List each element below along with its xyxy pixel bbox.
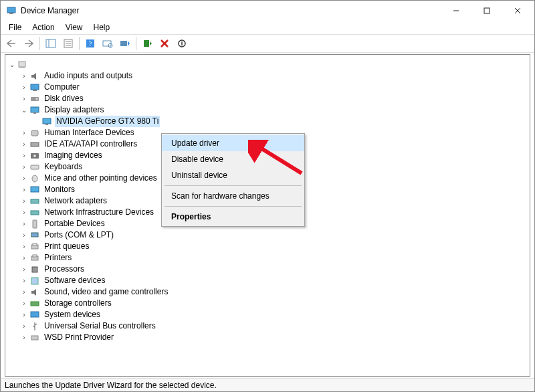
category-label: Processors <box>43 264 86 275</box>
tree-category[interactable]: ›System devices <box>8 309 527 320</box>
expand-icon[interactable]: › <box>20 254 28 262</box>
close-button[interactable] <box>502 1 533 21</box>
back-button[interactable] <box>3 36 19 51</box>
expand-icon[interactable]: › <box>20 175 28 183</box>
expand-icon[interactable]: › <box>20 322 28 330</box>
tree-category-display-adapters[interactable]: ⌄ Display adapters <box>8 104 527 116</box>
uninstall-device-button[interactable] <box>156 36 173 51</box>
expand-icon[interactable]: › <box>20 84 28 92</box>
tree-category[interactable]: ›Universal Serial Bus controllers <box>8 320 527 332</box>
expand-icon[interactable]: › <box>20 231 28 239</box>
tree-category[interactable]: › Disk drives <box>8 93 527 104</box>
expand-icon[interactable]: › <box>20 277 28 285</box>
category-label: Human Interface Devices <box>43 127 136 138</box>
expand-icon[interactable]: › <box>20 311 28 319</box>
display-adapter-icon <box>41 116 52 127</box>
svg-rect-35 <box>31 165 39 169</box>
menu-file[interactable]: File <box>3 21 27 33</box>
tree-category[interactable]: › Audio inputs and outputs <box>8 70 527 82</box>
tree-category[interactable]: ›Storage controllers <box>8 298 527 309</box>
svg-rect-47 <box>31 278 38 284</box>
system-device-icon <box>29 310 40 320</box>
menu-help[interactable]: Help <box>88 21 116 33</box>
expand-icon[interactable]: › <box>20 72 28 80</box>
svg-rect-27 <box>31 107 39 112</box>
collapse-icon[interactable]: ⌄ <box>8 61 16 69</box>
category-label: Network Infrastructure Devices <box>43 207 155 218</box>
expand-icon[interactable]: › <box>20 266 28 274</box>
category-label: Universal Serial Bus controllers <box>43 320 157 332</box>
menu-action[interactable]: Action <box>27 21 60 33</box>
ctx-disable-device[interactable]: Disable device <box>162 151 304 167</box>
imaging-icon <box>29 151 40 161</box>
svg-rect-39 <box>31 211 39 215</box>
context-menu: Update driver Disable device Uninstall d… <box>161 133 305 227</box>
window-title: Device Manager <box>21 6 441 15</box>
forward-button[interactable] <box>21 36 37 51</box>
category-label: Sound, video and game controllers <box>43 286 169 298</box>
ports-icon <box>29 230 40 241</box>
tree-category[interactable]: ›Printers <box>8 252 527 264</box>
svg-rect-29 <box>43 118 51 124</box>
expand-icon[interactable]: › <box>20 334 28 342</box>
svg-rect-43 <box>33 243 37 246</box>
minimize-button[interactable] <box>441 1 471 21</box>
expand-icon[interactable]: › <box>20 186 28 194</box>
category-label: Storage controllers <box>43 298 113 309</box>
expand-icon[interactable]: › <box>20 300 28 308</box>
tree-category[interactable]: ›Print queues <box>8 241 527 252</box>
svg-rect-28 <box>33 112 36 114</box>
expand-icon[interactable]: › <box>20 129 28 137</box>
expand-icon[interactable]: › <box>20 152 28 160</box>
update-driver-button[interactable] <box>117 36 133 51</box>
ctx-properties[interactable]: Properties <box>162 209 304 225</box>
show-hide-tree-button[interactable] <box>43 36 59 51</box>
svg-rect-46 <box>32 267 37 272</box>
menu-bar: File Action View Help <box>1 21 534 34</box>
svg-text:?: ? <box>89 40 92 47</box>
ctx-update-driver[interactable]: Update driver <box>162 135 304 151</box>
tree-category[interactable]: ›Ports (COM & LPT) <box>8 229 527 241</box>
expand-icon[interactable]: › <box>20 95 28 103</box>
ctx-uninstall-device[interactable]: Uninstall device <box>162 167 304 183</box>
tree-category[interactable]: › Computer <box>8 82 527 93</box>
mouse-icon <box>29 173 40 184</box>
tree-device-nvidia[interactable]: NVIDIA GeForce GTX 980 Ti <box>8 116 527 127</box>
category-label: Network adapters <box>43 195 108 207</box>
collapse-icon[interactable]: ⌄ <box>20 106 28 114</box>
expand-icon[interactable]: › <box>20 163 28 171</box>
expand-icon[interactable]: › <box>20 220 28 228</box>
tree-root[interactable]: ⌄ <box>8 59 527 70</box>
spacer <box>32 118 40 126</box>
display-adapter-icon <box>29 105 40 116</box>
svg-rect-31 <box>31 130 38 136</box>
expand-icon[interactable]: › <box>20 243 28 251</box>
maximize-button[interactable] <box>471 1 502 21</box>
expand-icon[interactable]: › <box>20 209 28 217</box>
svg-rect-6 <box>46 39 56 47</box>
svg-rect-40 <box>33 220 37 228</box>
monitor-icon <box>29 185 40 195</box>
expand-icon[interactable]: › <box>20 288 28 296</box>
enable-device-button[interactable] <box>139 36 155 51</box>
expand-icon[interactable]: › <box>20 197 28 205</box>
tree-category[interactable]: ›Processors <box>8 264 527 275</box>
category-label: System devices <box>43 309 102 320</box>
storage-icon <box>29 298 40 309</box>
device-label: NVIDIA GeForce GTX 980 Ti <box>55 116 160 127</box>
svg-rect-45 <box>33 255 37 257</box>
category-label: Keyboards <box>43 161 84 173</box>
expand-icon[interactable]: › <box>20 140 28 149</box>
properties-button[interactable] <box>60 36 76 51</box>
menu-view[interactable]: View <box>60 21 88 33</box>
svg-rect-21 <box>19 62 25 67</box>
ctx-scan-hardware[interactable]: Scan for hardware changes <box>162 188 304 204</box>
tree-category[interactable]: ›Sound, video and game controllers <box>8 286 527 298</box>
tree-category[interactable]: ›WSD Print Provider <box>8 332 527 343</box>
scan-hardware-button[interactable] <box>100 36 116 51</box>
help-button[interactable]: ? <box>82 36 98 51</box>
app-icon <box>6 5 17 16</box>
tree-category[interactable]: ›Software devices <box>8 275 527 286</box>
svg-rect-17 <box>144 40 149 47</box>
disable-device-button[interactable] <box>174 36 190 51</box>
